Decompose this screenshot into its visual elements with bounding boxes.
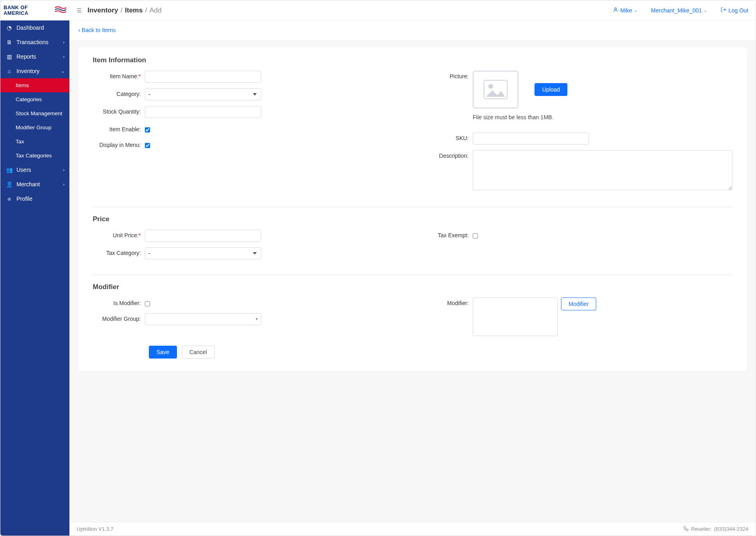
svg-point-2 [488, 84, 493, 89]
cancel-button[interactable]: Cancel [182, 346, 215, 359]
nav-reports[interactable]: ▥Reports› [0, 49, 69, 64]
modifier-button[interactable]: Modifier [561, 298, 596, 310]
section-item-info: Item Information [93, 56, 732, 64]
modifier-group-combobox[interactable] [145, 313, 261, 325]
nav-label: Merchant [16, 181, 40, 187]
back-link-label: Back to Items [82, 27, 116, 33]
label-unit-price: Unit Price:* [93, 230, 145, 238]
nav-dashboard[interactable]: ◔Dashboard [0, 20, 69, 35]
user-icon [613, 7, 618, 14]
unit-price-input[interactable] [145, 230, 261, 242]
tax-exempt-checkbox[interactable] [473, 233, 478, 238]
sidebar: BANK OF AMERICA ◔Dashboard 🗎Transactions… [0, 0, 69, 536]
reseller-label: Reseller: [691, 526, 711, 532]
nav-label: Stock Management [16, 110, 62, 116]
breadcrumb-add: Add [149, 6, 161, 14]
nav-label: Categories [16, 96, 42, 102]
stock-qty-input[interactable] [145, 106, 261, 118]
nav-label: Tax Categories [16, 153, 52, 159]
chevron-right-icon: › [63, 54, 65, 59]
back-to-items-link[interactable]: ‹ Back to Items [78, 27, 116, 33]
form-card: Item Information Item Name:* Category: -… [78, 47, 747, 371]
label-is-modifier: Is Modifier: [93, 298, 145, 306]
nav-modifier-group[interactable]: Modifier Group [0, 120, 69, 135]
gauge-icon: ◔ [6, 24, 12, 31]
chevron-right-icon: › [63, 167, 65, 172]
breadcrumb-items[interactable]: Items [125, 6, 142, 14]
label-item-enable: Item Enable: [93, 124, 145, 132]
label-display-menu: Display in Menu: [93, 139, 145, 148]
brand-text: BANK OF AMERICA [4, 5, 53, 16]
label-modifier: Modifier: [421, 298, 473, 306]
reports-icon: ▥ [6, 53, 12, 60]
menu-toggle-icon[interactable]: ☰ [77, 7, 82, 14]
nav-users[interactable]: 👥Users› [0, 163, 69, 177]
modifier-list-box[interactable] [473, 298, 558, 336]
phone-icon [683, 526, 689, 532]
breadcrumb-inventory[interactable]: Inventory [87, 6, 118, 14]
category-select[interactable]: - [145, 88, 261, 100]
inventory-icon: ⌂ [6, 68, 12, 74]
display-menu-checkbox[interactable] [145, 143, 150, 148]
nav-label: Users [16, 167, 31, 173]
breadcrumb: Inventory / Items / Add [87, 6, 162, 14]
nav-label: Reports [16, 53, 36, 60]
chevron-left-icon: ‹ [78, 27, 80, 33]
version-text: Uptrillion V1.3.7 [77, 526, 114, 532]
merchant-icon: 👤 [6, 181, 12, 187]
user-menu[interactable]: Mike ⌄ [613, 7, 638, 14]
nav-tax[interactable]: Tax [0, 135, 69, 149]
nav-label: Inventory [16, 68, 40, 74]
sku-input[interactable] [473, 132, 589, 145]
chevron-right-icon: › [63, 40, 65, 45]
label-tax-exempt: Tax Exempt: [421, 230, 473, 238]
section-price: Price [93, 215, 732, 223]
profile-icon: ⍟ [6, 196, 12, 202]
nav-label: Dashboard [16, 24, 44, 31]
nav-items[interactable]: Items [0, 78, 69, 92]
nav-transactions[interactable]: 🗎Transactions› [0, 35, 69, 49]
chevron-down-icon: ⌄ [634, 8, 637, 12]
is-modifier-checkbox[interactable] [145, 301, 150, 306]
topbar: ☰ Inventory / Items / Add Mike ⌄ Merchan… [69, 0, 756, 20]
item-enable-checkbox[interactable] [145, 127, 150, 132]
chevron-right-icon: › [63, 182, 65, 187]
nav-categories[interactable]: Categories [0, 92, 69, 106]
save-button[interactable]: Save [149, 346, 177, 359]
nav: ◔Dashboard 🗎Transactions› ▥Reports› ⌂Inv… [0, 20, 69, 536]
upload-button[interactable]: Upload [534, 83, 567, 96]
merchant-menu[interactable]: Merchant_Mike_001 ⌄ [651, 7, 707, 14]
nav-merchant[interactable]: 👤Merchant› [0, 177, 69, 192]
reseller-phone: (833)344-2324 [714, 526, 748, 532]
picture-placeholder [473, 71, 518, 108]
logout-link[interactable]: Log Out [721, 7, 748, 14]
nav-tax-categories[interactable]: Tax Categories [0, 149, 69, 163]
file-size-hint: File size must be less than 1MB. [473, 114, 732, 120]
nav-label: Profile [16, 196, 33, 202]
nav-label: Transactions [16, 39, 49, 45]
nav-label: Items [16, 82, 29, 88]
label-modifier-group: Modifier Group: [93, 313, 145, 322]
tax-category-select[interactable]: - [145, 247, 261, 259]
label-tax-category: Tax Category: [93, 247, 145, 256]
label-description: Description: [421, 150, 473, 159]
description-textarea[interactable] [473, 150, 732, 190]
logout-icon [721, 7, 726, 14]
nav-label: Modifier Group [16, 124, 51, 130]
merchant-name: Merchant_Mike_001 [651, 7, 702, 14]
label-item-name: Item Name:* [93, 71, 145, 79]
logout-label: Log Out [728, 7, 748, 14]
item-name-input[interactable] [145, 71, 261, 83]
breadcrumb-sep: / [121, 6, 123, 14]
svg-point-0 [614, 8, 616, 10]
section-modifier: Modifier [93, 283, 732, 291]
chevron-down-icon: ⌄ [61, 69, 65, 74]
label-picture: Picture: [421, 71, 473, 79]
chevron-down-icon: ⌄ [704, 8, 707, 12]
nav-inventory[interactable]: ⌂Inventory⌄ [0, 64, 69, 78]
label-stock-qty: Stock Quantity: [93, 106, 145, 115]
nav-profile[interactable]: ⍟Profile [0, 192, 69, 206]
nav-stock-management[interactable]: Stock Management [0, 106, 69, 120]
label-category: Category: [93, 88, 145, 97]
brand-logo: BANK OF AMERICA [0, 0, 69, 20]
